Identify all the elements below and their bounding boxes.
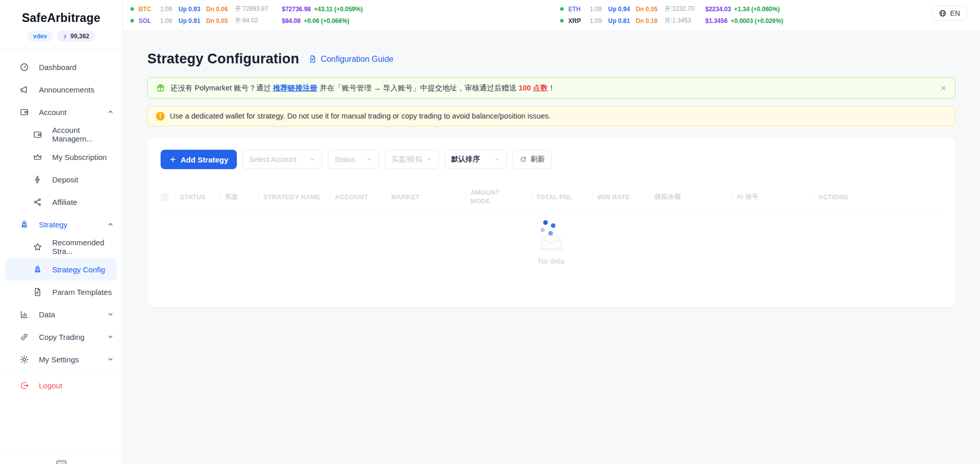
ticker-time: 1:09 (590, 17, 608, 25)
configuration-guide-link[interactable]: Configuration Guide (308, 55, 393, 64)
chevron-down-icon (107, 311, 114, 318)
promo-highlight: 100 点数 (519, 84, 548, 92)
promo-text: 还没有 Polymarket 账号？通过 推荐链接注册 并在「账号管理 → 导入… (170, 83, 555, 93)
table-header-cell-actions: ACTIONS (818, 185, 942, 208)
sidebar-item-account[interactable]: Account (0, 101, 122, 123)
sidebar-item-label: Strategy Config (52, 265, 105, 274)
sidebar-collapse-handle[interactable] (56, 460, 66, 464)
rocket-icon (19, 220, 29, 229)
sidebar-item-label: Announcements (39, 85, 94, 94)
sidebar-item-label: Account Managem... (52, 126, 114, 143)
ticker-up-value: Up 0.91 (179, 17, 206, 25)
table-header-cell-status: STATUS (180, 185, 225, 208)
version-badge: vdev (27, 31, 52, 42)
ticker-up-value: Up 0.81 (608, 17, 636, 25)
sidebar-item-dashboard[interactable]: Dashboard (0, 56, 122, 78)
sidebar-item-label: Deposit (52, 175, 78, 184)
wallet-icon (33, 130, 42, 140)
ticker-row-eth: ETH 1:09 Up 0.94 Dn 0.05 开:2232.70 $2234… (560, 4, 783, 14)
sidebar-footer (0, 453, 122, 464)
sidebar-item-deposit[interactable]: Deposit (0, 168, 122, 191)
sidebar-item-label: My Subscription (52, 153, 107, 161)
sidebar-item-account-managem[interactable]: Account Managem... (0, 123, 122, 146)
empty-state: No data (147, 219, 955, 265)
ticker-down-value: Dn 0.18 (636, 17, 664, 25)
chevron-down-icon (107, 333, 114, 340)
table-header-cell-ai-信号: AI 信号 (737, 185, 818, 208)
status-filter-dropdown[interactable]: Status (328, 150, 379, 169)
ticker-change: +0.06 (+0.066%) (304, 17, 349, 25)
points-badge: 99,362 (57, 31, 95, 42)
sidebar-menu: Dashboard Announcements Account Account … (0, 50, 122, 370)
warning-banner: ! Use a dedicated wallet for strategy. D… (147, 106, 955, 126)
promo-text-part: 还没有 Polymarket 账号？通过 (170, 84, 273, 92)
loading-spinner-dot (551, 223, 555, 228)
mode-filter-dropdown[interactable]: 实盘/模拟 (385, 150, 439, 169)
megaphone-icon (19, 85, 29, 95)
sidebar-item-label: Data (39, 310, 55, 319)
ticker-up-value: Up 0.94 (608, 6, 636, 13)
doc-icon (308, 55, 317, 63)
plus-icon (169, 156, 176, 163)
select-all-checkbox[interactable] (161, 193, 169, 201)
table-header-row: STATUS 实盘 STRATEGY NAME ACCOUNT (161, 185, 942, 209)
language-switcher[interactable]: EN (932, 5, 967, 21)
sidebar-item-label: Recommended Stra... (52, 238, 114, 256)
close-icon[interactable] (940, 85, 947, 91)
sidebar-item-label: Account (39, 108, 66, 117)
ticker-symbol: ETH (568, 6, 590, 13)
ticker-price: $72736.98 (282, 6, 311, 13)
promo-text-part: ！ (548, 84, 555, 92)
sidebar-item-recommended-stra[interactable]: Recommended Stra... (0, 236, 122, 258)
sidebar-item-strategy[interactable]: Strategy (0, 213, 122, 236)
main-content: Strategy Configuration Configuration Gui… (123, 31, 980, 464)
ticker-row-btc: BTC 1:09 Up 0.93 Dn 0.06 开:72693.87 $727… (130, 4, 363, 14)
sidebar-item-label: Affiliate (52, 198, 77, 206)
ticker-group-left: BTC 1:09 Up 0.93 Dn 0.06 开:72693.87 $727… (130, 4, 363, 26)
loading-spinner-dot (548, 231, 553, 236)
app-title: SafeArbitrage (0, 11, 122, 25)
sidebar-item-param-templates[interactable]: Param Templates (0, 281, 122, 303)
chevron-up-icon (107, 221, 114, 228)
sidebar-item-copy-trading[interactable]: Copy Trading (0, 326, 122, 348)
table-header-cell-实盘: 实盘 (225, 185, 263, 208)
refresh-button[interactable]: 刷新 (513, 150, 552, 169)
sidebar-item-my-subscription[interactable]: My Subscription (0, 146, 122, 168)
sidebar-item-strategy-config[interactable]: Strategy Config (5, 258, 117, 281)
sidebar-item-affiliate[interactable]: Affiliate (0, 191, 122, 213)
referral-register-link[interactable]: 推荐链接注册 (273, 84, 318, 92)
refresh-icon (520, 156, 527, 163)
sidebar-item-announcements[interactable]: Announcements (0, 78, 122, 101)
chevron-down-icon (107, 356, 114, 363)
sidebar-item-label: Dashboard (39, 63, 76, 72)
wallet-icon (19, 107, 29, 117)
sort-dropdown[interactable]: 默认排序 (444, 150, 507, 169)
bolt-icon (33, 175, 42, 184)
loading-spinner-dot (543, 220, 548, 225)
toolbar: Add Strategy Select Account Status 实盘/模拟… (161, 150, 942, 169)
guide-link-label: Configuration Guide (321, 55, 393, 64)
strategy-table-card: Add Strategy Select Account Status 实盘/模拟… (147, 137, 955, 307)
language-label: EN (950, 9, 960, 17)
table-header-cell-win-rate: WIN RATE (597, 185, 655, 208)
ticker-down-value: Dn 0.06 (206, 6, 235, 13)
table-header-cell (161, 185, 180, 208)
ticker-down-value: Dn 0.05 (636, 6, 664, 13)
sidebar-item-data[interactable]: Data (0, 303, 122, 326)
chevron-down-icon (494, 156, 500, 163)
table-header-cell-模拟余额: 模拟余额 (655, 185, 737, 208)
logout-button[interactable]: Logout (0, 374, 122, 397)
globe-icon (939, 9, 947, 17)
chevron-down-icon (426, 156, 432, 163)
select-account-dropdown[interactable]: Select Account (242, 150, 322, 169)
add-strategy-button[interactable]: Add Strategy (161, 150, 237, 169)
ticker-group-right: ETH 1:09 Up 0.94 Dn 0.05 开:2232.70 $2234… (560, 4, 783, 26)
page-title: Strategy Configuration (147, 51, 299, 67)
ticker-change: +0.0003 (+0.026%) (730, 17, 783, 25)
star-icon (33, 242, 42, 252)
sidebar-item-my-settings[interactable]: My Settings (0, 348, 122, 370)
ticker-price: $1.3456 (705, 17, 727, 25)
sidebar-item-label: Param Templates (52, 288, 112, 296)
status-dot (560, 7, 564, 11)
ticker-time: 1:09 (590, 6, 608, 13)
